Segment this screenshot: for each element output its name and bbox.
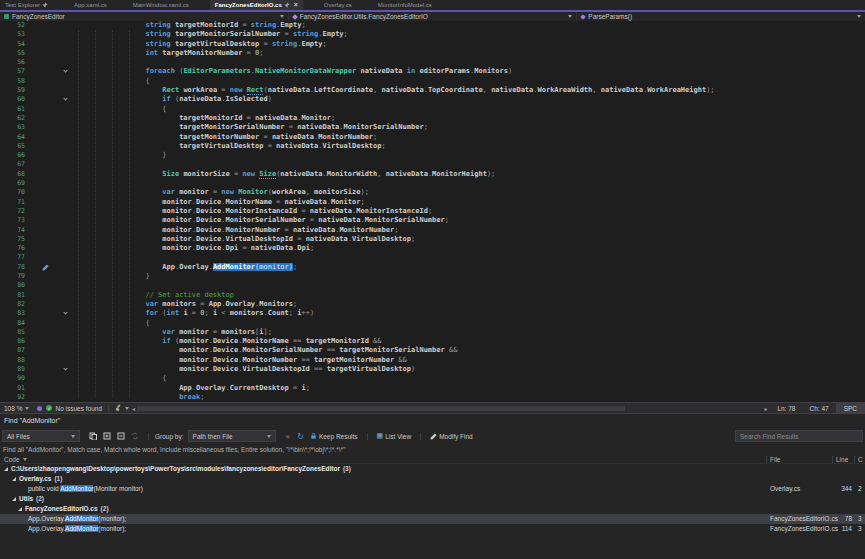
code-line[interactable]: 57 foreach (EditorParameters.NativeMonit… <box>0 67 865 76</box>
find-group-row[interactable]: FancyZonesEditorIO.cs(2) <box>0 504 865 514</box>
intellicode-icon[interactable] <box>37 406 42 411</box>
member-dropdown[interactable]: ParseParams() <box>577 12 865 21</box>
find-result-row[interactable]: public void AddMonitor(Monitor monitor)O… <box>0 484 865 494</box>
scrollbar-thumb[interactable] <box>137 406 625 411</box>
expand-all-button[interactable] <box>103 432 111 440</box>
scroll-right-arrow-icon[interactable]: ▸ <box>764 405 767 412</box>
code-line[interactable]: 69 <box>0 179 865 188</box>
zoom-control[interactable]: 108 % <box>0 405 33 412</box>
scrollbar-track[interactable] <box>137 406 762 411</box>
file-types-dropdown[interactable]: All Files <box>2 430 80 442</box>
code-line[interactable]: 65 targetVirtualDesktop = nativeData.Vir… <box>0 142 865 151</box>
column-header-file[interactable]: File <box>770 455 780 464</box>
code-line[interactable]: 80 <box>0 281 865 290</box>
code-line[interactable]: 58 { <box>0 77 865 86</box>
code-line[interactable]: 81 // Set active desktop <box>0 291 865 300</box>
column-header-line[interactable]: Line <box>836 455 848 464</box>
code-line[interactable]: 52 string targetMonitorId = string.Empty… <box>0 21 865 30</box>
code-line[interactable]: 73 monitor.Device.MonitorSerialNumber = … <box>0 216 865 225</box>
scroll-left-arrow-icon[interactable]: ◂ <box>132 405 135 412</box>
line-number: 54 <box>0 40 25 49</box>
find-result-row[interactable]: App.Overlay.AddMonitor(monitor);FancyZon… <box>0 524 865 534</box>
code-line[interactable]: 54 string targetVirtualDesktop = string.… <box>0 40 865 49</box>
code-line[interactable]: 55 int targetMonitorNumber = 0; <box>0 49 865 58</box>
keep-results-button[interactable]: Keep Results <box>310 432 358 440</box>
fold-chevron-icon[interactable] <box>59 95 71 104</box>
code-line[interactable]: 74 monitor.Device.MonitorNumber = native… <box>0 226 865 235</box>
code-line[interactable]: 76 monitor.Device.Dpi = nativeData.Dpi; <box>0 244 865 253</box>
code-line[interactable]: 70 var monitor = new Monitor(workArea, m… <box>0 188 865 197</box>
line-number: 53 <box>0 30 25 39</box>
tab-test-explorer[interactable]: Test Explorer <box>0 0 53 10</box>
code-line[interactable]: 77 <box>0 253 865 262</box>
find-group-row[interactable]: Overlay.cs(1) <box>0 474 865 484</box>
code-line[interactable]: 78 App.Overlay.AddMonitor(monitor); <box>0 263 865 272</box>
tab-fancyzoneseditorio-cs[interactable]: FancyZonesEditorIO.cs× <box>210 0 303 10</box>
fold-chevron-icon[interactable] <box>59 67 71 76</box>
code-line[interactable]: 90 { <box>0 374 865 383</box>
tab-overlay-cs[interactable]: Overlay.cs <box>319 0 357 10</box>
code-line[interactable]: 60 if (nativeData.IsSelected) <box>0 95 865 104</box>
close-icon[interactable]: × <box>294 0 298 10</box>
code-line[interactable]: 56 <box>0 58 865 67</box>
code-text: var monitor = new Monitor(workArea, moni… <box>78 188 369 196</box>
code-cleanup-button[interactable] <box>115 404 129 412</box>
code-line[interactable]: 61 { <box>0 105 865 114</box>
project-dropdown[interactable]: FancyZonesEditor <box>0 12 289 21</box>
code-line[interactable]: 82 var monitors = App.Overlay.Monitors; <box>0 300 865 309</box>
find-result-row[interactable]: App.Overlay.AddMonitor(monitor);FancyZon… <box>0 514 865 524</box>
code-line[interactable]: 64 targetMonitorNumber = nativeData.Moni… <box>0 133 865 142</box>
horizontal-scrollbar[interactable]: ◂ ▸ <box>132 405 767 412</box>
find-group-row[interactable]: C:\Users\zhaopengwang\Desktop\powertoys\… <box>0 464 865 474</box>
fold-chevron-icon[interactable] <box>59 365 71 374</box>
code-line[interactable]: 89 monitor.Device.VirtualDesktopId == ta… <box>0 365 865 374</box>
list-view-button[interactable]: ▦ List View <box>377 432 412 440</box>
tab-monitorinfomodel-cs[interactable]: MonitorInfoModel.cs <box>373 0 437 10</box>
fold-chevron-icon[interactable] <box>59 309 71 318</box>
code-editor[interactable]: 52 string targetMonitorId = string.Empty… <box>0 21 865 402</box>
tab-app-xaml-cs[interactable]: App.xaml.cs <box>69 0 112 10</box>
refresh-button[interactable]: ↻ <box>297 432 304 441</box>
sync-button[interactable] <box>131 432 139 440</box>
code-line[interactable]: 79 } <box>0 272 865 281</box>
find-group-row[interactable]: Utils(2) <box>0 494 865 504</box>
code-line[interactable]: 71 monitor.Device.MonitorName = nativeDa… <box>0 198 865 207</box>
code-line[interactable]: 66 } <box>0 151 865 160</box>
tree-expand-arrow-icon[interactable] <box>12 497 16 501</box>
code-line[interactable]: 63 targetMonitorSerialNumber = nativeDat… <box>0 123 865 132</box>
column-header-col[interactable]: C <box>858 455 863 464</box>
code-line[interactable]: 68 Size monitorSize = new Size(nativeDat… <box>0 170 865 179</box>
code-text: { <box>78 374 167 382</box>
search-find-results-input[interactable] <box>735 430 863 442</box>
code-line[interactable]: 67 <box>0 160 865 169</box>
code-line[interactable]: 92 break; <box>0 393 865 402</box>
tab-mainwindow-xaml-cs[interactable]: MainWindow.xaml.cs <box>128 0 194 10</box>
code-line[interactable]: 72 monitor.Device.MonitorInstanceId = na… <box>0 207 865 216</box>
code-line[interactable]: 75 monitor.Device.VirtualDesktopId = nat… <box>0 235 865 244</box>
code-line[interactable]: 53 string targetMonitorSerialNumber = st… <box>0 30 865 39</box>
code-line[interactable]: 84 { <box>0 319 865 328</box>
copy-button[interactable] <box>89 432 97 440</box>
broom-icon <box>115 404 123 412</box>
line-number: 85 <box>0 328 25 337</box>
code-line[interactable]: 88 monitor.Device.MonitorNumber == targe… <box>0 356 865 365</box>
space-mode-indicator[interactable]: SPC <box>836 403 865 414</box>
tree-expand-arrow-icon[interactable] <box>18 507 22 511</box>
tree-expand-arrow-icon[interactable] <box>12 477 16 481</box>
modify-find-button[interactable]: Modify Find <box>430 433 473 440</box>
document-health-indicator[interactable]: ✓ No issues found <box>46 405 102 412</box>
code-line[interactable]: 83 for (int i = 0; i < monitors.Count; i… <box>0 309 865 318</box>
code-line[interactable]: 91 App.Overlay.CurrentDesktop = i; <box>0 384 865 393</box>
tree-expand-arrow-icon[interactable] <box>4 467 8 471</box>
group-by-dropdown[interactable]: Path then File <box>188 430 276 442</box>
code-line[interactable]: 86 if (monitor.Device.MonitorName == tar… <box>0 337 865 346</box>
code-line[interactable]: 85 var monitor = monitors[i]; <box>0 328 865 337</box>
collapse-all-button[interactable] <box>117 432 125 440</box>
code-line[interactable]: 62 targetMonitorId = nativeData.Monitor; <box>0 114 865 123</box>
type-dropdown[interactable]: FancyZonesEditor.Utils.FancyZonesEditorI… <box>289 12 578 21</box>
pencil-icon <box>430 433 437 440</box>
code-line[interactable]: 59 Rect workArea = new Rect(nativeData.L… <box>0 86 865 95</box>
column-header-code[interactable]: Code <box>4 455 27 464</box>
stop-search-button[interactable]: × <box>286 432 291 441</box>
code-line[interactable]: 87 monitor.Device.MonitorSerialNumber ==… <box>0 346 865 355</box>
